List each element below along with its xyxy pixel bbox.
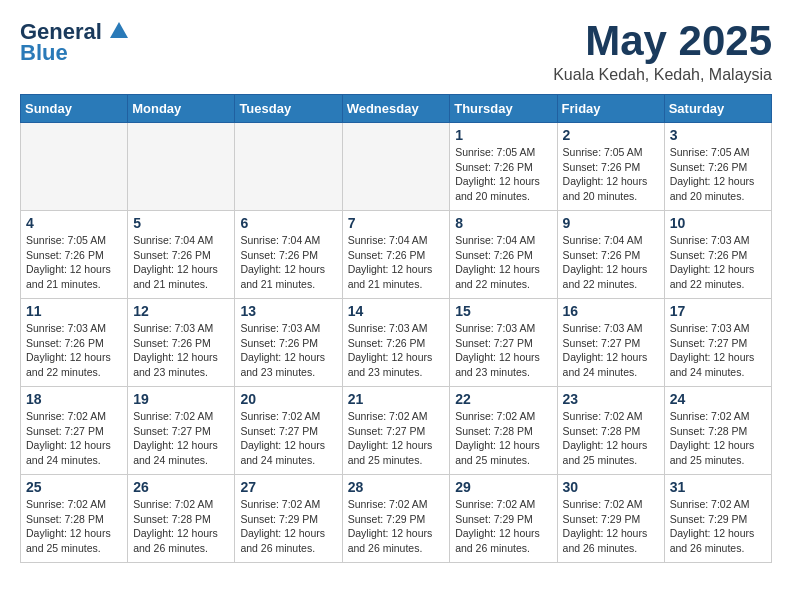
- day-info: Sunrise: 7:02 AMSunset: 7:28 PMDaylight:…: [563, 409, 659, 468]
- day-number: 10: [670, 215, 766, 231]
- day-number: 14: [348, 303, 445, 319]
- calendar-cell: 19Sunrise: 7:02 AMSunset: 7:27 PMDayligh…: [128, 387, 235, 475]
- day-info: Sunrise: 7:04 AMSunset: 7:26 PMDaylight:…: [348, 233, 445, 292]
- day-info: Sunrise: 7:02 AMSunset: 7:27 PMDaylight:…: [133, 409, 229, 468]
- calendar-cell: 24Sunrise: 7:02 AMSunset: 7:28 PMDayligh…: [664, 387, 771, 475]
- day-number: 15: [455, 303, 551, 319]
- day-number: 22: [455, 391, 551, 407]
- calendar-cell: 23Sunrise: 7:02 AMSunset: 7:28 PMDayligh…: [557, 387, 664, 475]
- calendar-cell: 16Sunrise: 7:03 AMSunset: 7:27 PMDayligh…: [557, 299, 664, 387]
- weekday-header-monday: Monday: [128, 95, 235, 123]
- day-info: Sunrise: 7:03 AMSunset: 7:26 PMDaylight:…: [348, 321, 445, 380]
- day-number: 7: [348, 215, 445, 231]
- day-info: Sunrise: 7:05 AMSunset: 7:26 PMDaylight:…: [563, 145, 659, 204]
- calendar-cell: 20Sunrise: 7:02 AMSunset: 7:27 PMDayligh…: [235, 387, 342, 475]
- calendar-cell: 5Sunrise: 7:04 AMSunset: 7:26 PMDaylight…: [128, 211, 235, 299]
- calendar-cell: [21, 123, 128, 211]
- weekday-header-tuesday: Tuesday: [235, 95, 342, 123]
- week-row-4: 18Sunrise: 7:02 AMSunset: 7:27 PMDayligh…: [21, 387, 772, 475]
- calendar-cell: 26Sunrise: 7:02 AMSunset: 7:28 PMDayligh…: [128, 475, 235, 563]
- week-row-1: 1Sunrise: 7:05 AMSunset: 7:26 PMDaylight…: [21, 123, 772, 211]
- calendar-cell: 10Sunrise: 7:03 AMSunset: 7:26 PMDayligh…: [664, 211, 771, 299]
- calendar-cell: 17Sunrise: 7:03 AMSunset: 7:27 PMDayligh…: [664, 299, 771, 387]
- weekday-header-wednesday: Wednesday: [342, 95, 450, 123]
- calendar-cell: 7Sunrise: 7:04 AMSunset: 7:26 PMDaylight…: [342, 211, 450, 299]
- calendar-cell: 2Sunrise: 7:05 AMSunset: 7:26 PMDaylight…: [557, 123, 664, 211]
- day-number: 31: [670, 479, 766, 495]
- day-number: 28: [348, 479, 445, 495]
- day-number: 17: [670, 303, 766, 319]
- day-info: Sunrise: 7:03 AMSunset: 7:27 PMDaylight:…: [563, 321, 659, 380]
- title-block: May 2025 Kuala Kedah, Kedah, Malaysia: [553, 20, 772, 84]
- week-row-5: 25Sunrise: 7:02 AMSunset: 7:28 PMDayligh…: [21, 475, 772, 563]
- day-info: Sunrise: 7:05 AMSunset: 7:26 PMDaylight:…: [26, 233, 122, 292]
- day-info: Sunrise: 7:02 AMSunset: 7:27 PMDaylight:…: [348, 409, 445, 468]
- day-number: 3: [670, 127, 766, 143]
- calendar-cell: 4Sunrise: 7:05 AMSunset: 7:26 PMDaylight…: [21, 211, 128, 299]
- calendar-cell: 14Sunrise: 7:03 AMSunset: 7:26 PMDayligh…: [342, 299, 450, 387]
- day-info: Sunrise: 7:04 AMSunset: 7:26 PMDaylight:…: [133, 233, 229, 292]
- calendar-cell: 18Sunrise: 7:02 AMSunset: 7:27 PMDayligh…: [21, 387, 128, 475]
- logo-icon: [110, 21, 128, 39]
- day-number: 12: [133, 303, 229, 319]
- day-number: 30: [563, 479, 659, 495]
- weekday-header-sunday: Sunday: [21, 95, 128, 123]
- day-info: Sunrise: 7:04 AMSunset: 7:26 PMDaylight:…: [455, 233, 551, 292]
- calendar-cell: 28Sunrise: 7:02 AMSunset: 7:29 PMDayligh…: [342, 475, 450, 563]
- day-info: Sunrise: 7:03 AMSunset: 7:27 PMDaylight:…: [455, 321, 551, 380]
- day-number: 21: [348, 391, 445, 407]
- day-info: Sunrise: 7:02 AMSunset: 7:27 PMDaylight:…: [26, 409, 122, 468]
- weekday-header-thursday: Thursday: [450, 95, 557, 123]
- day-number: 2: [563, 127, 659, 143]
- day-number: 26: [133, 479, 229, 495]
- day-info: Sunrise: 7:02 AMSunset: 7:29 PMDaylight:…: [348, 497, 445, 556]
- month-title: May 2025: [553, 20, 772, 62]
- calendar-cell: 3Sunrise: 7:05 AMSunset: 7:26 PMDaylight…: [664, 123, 771, 211]
- day-info: Sunrise: 7:03 AMSunset: 7:26 PMDaylight:…: [133, 321, 229, 380]
- day-number: 4: [26, 215, 122, 231]
- location: Kuala Kedah, Kedah, Malaysia: [553, 66, 772, 84]
- calendar-cell: 21Sunrise: 7:02 AMSunset: 7:27 PMDayligh…: [342, 387, 450, 475]
- calendar-cell: 9Sunrise: 7:04 AMSunset: 7:26 PMDaylight…: [557, 211, 664, 299]
- day-number: 25: [26, 479, 122, 495]
- day-number: 19: [133, 391, 229, 407]
- day-info: Sunrise: 7:05 AMSunset: 7:26 PMDaylight:…: [670, 145, 766, 204]
- calendar-cell: 25Sunrise: 7:02 AMSunset: 7:28 PMDayligh…: [21, 475, 128, 563]
- calendar-cell: 31Sunrise: 7:02 AMSunset: 7:29 PMDayligh…: [664, 475, 771, 563]
- day-number: 27: [240, 479, 336, 495]
- day-info: Sunrise: 7:02 AMSunset: 7:28 PMDaylight:…: [26, 497, 122, 556]
- day-number: 20: [240, 391, 336, 407]
- day-number: 23: [563, 391, 659, 407]
- day-info: Sunrise: 7:02 AMSunset: 7:29 PMDaylight:…: [240, 497, 336, 556]
- weekday-header-friday: Friday: [557, 95, 664, 123]
- calendar-cell: 8Sunrise: 7:04 AMSunset: 7:26 PMDaylight…: [450, 211, 557, 299]
- day-number: 29: [455, 479, 551, 495]
- day-number: 24: [670, 391, 766, 407]
- calendar-cell: [235, 123, 342, 211]
- day-info: Sunrise: 7:02 AMSunset: 7:29 PMDaylight:…: [563, 497, 659, 556]
- day-number: 9: [563, 215, 659, 231]
- logo: General Blue: [20, 20, 128, 66]
- calendar-cell: 27Sunrise: 7:02 AMSunset: 7:29 PMDayligh…: [235, 475, 342, 563]
- weekday-header-row: SundayMondayTuesdayWednesdayThursdayFrid…: [21, 95, 772, 123]
- day-number: 11: [26, 303, 122, 319]
- calendar-cell: 1Sunrise: 7:05 AMSunset: 7:26 PMDaylight…: [450, 123, 557, 211]
- day-number: 13: [240, 303, 336, 319]
- calendar-cell: 29Sunrise: 7:02 AMSunset: 7:29 PMDayligh…: [450, 475, 557, 563]
- day-number: 8: [455, 215, 551, 231]
- calendar-cell: [342, 123, 450, 211]
- day-number: 5: [133, 215, 229, 231]
- svg-marker-0: [110, 22, 128, 38]
- day-number: 18: [26, 391, 122, 407]
- day-info: Sunrise: 7:02 AMSunset: 7:29 PMDaylight:…: [455, 497, 551, 556]
- weekday-header-saturday: Saturday: [664, 95, 771, 123]
- week-row-3: 11Sunrise: 7:03 AMSunset: 7:26 PMDayligh…: [21, 299, 772, 387]
- day-info: Sunrise: 7:02 AMSunset: 7:27 PMDaylight:…: [240, 409, 336, 468]
- calendar-cell: 12Sunrise: 7:03 AMSunset: 7:26 PMDayligh…: [128, 299, 235, 387]
- calendar-cell: 11Sunrise: 7:03 AMSunset: 7:26 PMDayligh…: [21, 299, 128, 387]
- day-info: Sunrise: 7:02 AMSunset: 7:28 PMDaylight:…: [133, 497, 229, 556]
- page-header: General Blue May 2025 Kuala Kedah, Kedah…: [20, 20, 772, 84]
- calendar-cell: 22Sunrise: 7:02 AMSunset: 7:28 PMDayligh…: [450, 387, 557, 475]
- calendar-cell: 30Sunrise: 7:02 AMSunset: 7:29 PMDayligh…: [557, 475, 664, 563]
- day-info: Sunrise: 7:03 AMSunset: 7:26 PMDaylight:…: [240, 321, 336, 380]
